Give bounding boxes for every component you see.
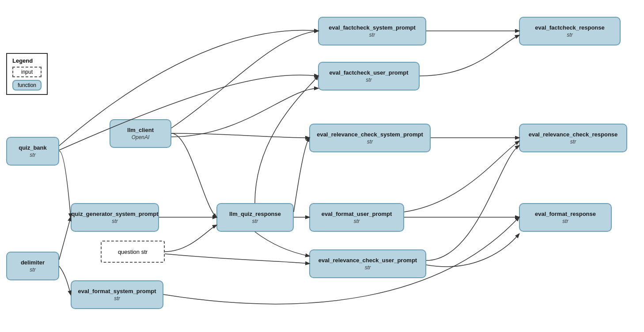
- arrows-svg: [0, 0, 644, 332]
- diagram-container: Legend input function quiz_bank str llm_…: [0, 0, 644, 332]
